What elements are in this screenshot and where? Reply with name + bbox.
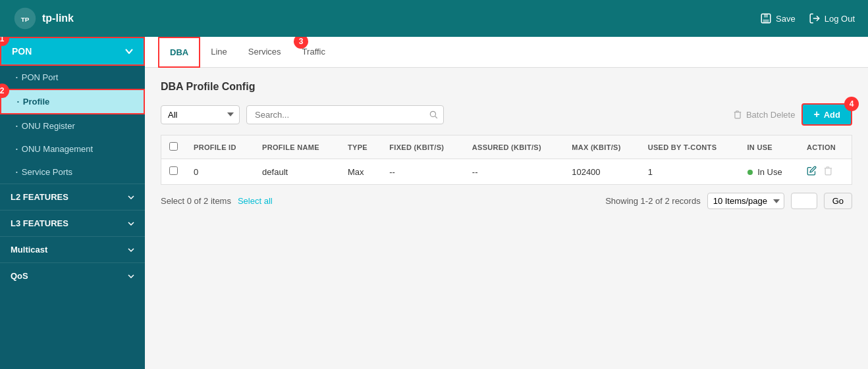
chevron-right-icon-l2 — [128, 195, 134, 199]
sidebar-category-multicast[interactable]: Multicast — [0, 236, 145, 262]
sidebar-items-list: • PON Port • Profile 2 • ONU Register • … — [0, 66, 145, 184]
toolbar-left: All — [161, 105, 444, 124]
filter-dropdown[interactable]: All — [161, 105, 240, 124]
tab-dba[interactable]: DBA — [158, 37, 200, 68]
sidebar-item-profile[interactable]: • Profile — [0, 89, 145, 114]
sidebar-item-label-profile: Profile — [23, 97, 49, 107]
data-table: PROFILE ID PROFILE NAME TYPE FIXED (KBIT… — [161, 135, 852, 185]
row-checkbox-cell — [161, 159, 186, 185]
select-all-link[interactable]: Select all — [238, 196, 273, 206]
svg-text:TP: TP — [21, 16, 30, 23]
th-max: MAX (KBIT/S) — [564, 135, 640, 159]
per-page-select[interactable]: 10 Items/page — [707, 193, 784, 209]
cell-action — [799, 159, 852, 185]
showing-label: Showing 1-2 of 2 records — [605, 196, 701, 206]
table-row: 0 default Max -- -- 102400 1 In Use — [161, 159, 852, 185]
tab-services-label: Services — [248, 47, 281, 57]
l3-label: L3 FEATURES — [11, 218, 68, 228]
in-use-text: In Use — [757, 167, 782, 177]
th-fixed: FIXED (KBIT/S) — [381, 135, 464, 159]
table-footer: Select 0 of 2 items Select all Showing 1… — [161, 193, 852, 209]
save-button[interactable]: Save — [760, 12, 796, 24]
annotation-badge-4: 4 — [844, 97, 859, 111]
cell-type: Max — [340, 159, 381, 185]
logout-button[interactable]: Log Out — [809, 12, 855, 24]
select-count-label: Select 0 of 2 items — [161, 196, 231, 206]
tab-traffic-label: Traffic — [302, 47, 325, 57]
save-icon — [760, 12, 772, 24]
tab-services[interactable]: Services — [238, 37, 292, 67]
table-header-row: PROFILE ID PROFILE NAME TYPE FIXED (KBIT… — [161, 135, 852, 159]
sidebar-item-label-pon-port: PON Port — [22, 72, 59, 82]
th-profile-id: PROFILE ID — [186, 135, 254, 159]
go-button[interactable]: Go — [824, 193, 852, 209]
svg-rect-4 — [763, 20, 769, 23]
page-content: DBA Profile Config All — [145, 68, 868, 369]
cell-used-by-t-conts: 1 — [640, 159, 740, 185]
svg-rect-3 — [764, 14, 768, 17]
sidebar: PON 1 • PON Port • Profile 2 • — [0, 37, 145, 369]
dot-icon-onu-mgmt: • — [16, 146, 18, 152]
footer-right: Showing 1-2 of 2 records 10 Items/page G… — [605, 193, 852, 209]
sidebar-pon-header[interactable]: PON — [0, 37, 145, 66]
row-checkbox[interactable] — [169, 166, 178, 175]
edit-icon[interactable] — [807, 166, 817, 178]
sidebar-item-label-onu-register: ONU Register — [22, 121, 75, 131]
logout-icon — [809, 12, 821, 24]
th-in-use: IN USE — [740, 135, 800, 159]
sidebar-item-service-ports[interactable]: • Service Ports — [0, 160, 145, 184]
sidebar-item-onu-register[interactable]: • ONU Register — [0, 114, 145, 137]
tp-link-logo-icon: TP — [13, 7, 37, 30]
main-layout: PON 1 • PON Port • Profile 2 • — [0, 37, 868, 369]
logo-text: tp-link — [42, 12, 74, 24]
search-input[interactable] — [252, 106, 429, 124]
logout-label: Log Out — [825, 14, 855, 24]
action-icons — [807, 166, 844, 178]
chevron-right-icon-l3 — [128, 222, 134, 226]
tab-line[interactable]: Line — [200, 37, 238, 67]
th-type: TYPE — [340, 135, 381, 159]
toolbar-right: Batch Delete + Add 4 — [733, 103, 852, 126]
logo: TP tp-link — [13, 7, 74, 30]
sidebar-item-pon-port[interactable]: • PON Port — [0, 66, 145, 89]
add-label: Add — [824, 110, 840, 120]
cell-fixed: -- — [381, 159, 464, 185]
batch-delete-label: Batch Delete — [746, 110, 795, 120]
sidebar-category-l2[interactable]: L2 FEATURES — [0, 184, 145, 210]
plus-icon: + — [813, 109, 819, 120]
tabs-bar: 3 DBA Line Services Traffic — [145, 37, 868, 68]
page-title: DBA Profile Config — [161, 81, 852, 93]
cell-assured: -- — [464, 159, 564, 185]
cell-in-use: In Use — [740, 159, 800, 185]
sidebar-category-qos[interactable]: QoS — [0, 262, 145, 289]
dot-icon-profile: • — [17, 99, 19, 105]
trash-icon — [733, 110, 742, 119]
select-all-checkbox[interactable] — [169, 142, 178, 151]
toolbar: All — [161, 103, 852, 126]
th-checkbox — [161, 135, 186, 159]
l2-label: L2 FEATURES — [11, 192, 68, 202]
chevron-right-icon-qos — [128, 274, 134, 278]
top-navigation: TP tp-link Save Log Out — [0, 0, 868, 37]
multicast-label: Multicast — [11, 245, 47, 255]
sidebar-category-l3[interactable]: L3 FEATURES — [0, 210, 145, 236]
content-area: 3 DBA Line Services Traffic DBA Profile … — [145, 37, 868, 369]
tab-dba-label: DBA — [170, 47, 188, 57]
dot-icon-onu-reg: • — [16, 123, 18, 129]
cell-profile-name: default — [254, 159, 340, 185]
footer-left: Select 0 of 2 items Select all — [161, 196, 273, 206]
topnav-right-actions: Save Log Out — [760, 12, 855, 24]
page-number-input[interactable] — [791, 193, 817, 209]
delete-icon[interactable] — [823, 166, 833, 178]
cell-max: 102400 — [564, 159, 640, 185]
dot-icon: • — [16, 74, 18, 80]
batch-delete-button[interactable]: Batch Delete — [733, 110, 795, 120]
qos-label: QoS — [11, 271, 28, 281]
sidebar-item-onu-management[interactable]: • ONU Management — [0, 137, 145, 160]
th-profile-name: PROFILE NAME — [254, 135, 340, 159]
svg-point-6 — [430, 111, 435, 116]
th-action: ACTION — [799, 135, 852, 159]
th-used-by-t-conts: USED BY T-CONTS — [640, 135, 740, 159]
cell-profile-id: 0 — [186, 159, 254, 185]
sidebar-item-label-onu-management: ONU Management — [22, 144, 93, 154]
